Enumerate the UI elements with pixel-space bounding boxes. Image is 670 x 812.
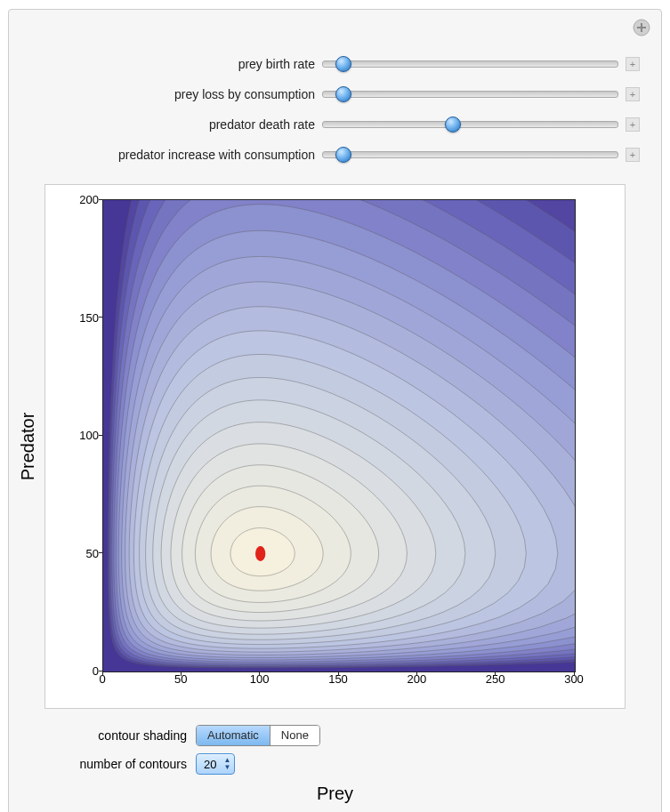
y-tick: 50: [67, 546, 99, 559]
shading-option-none[interactable]: None: [270, 726, 319, 745]
add-controls-icon[interactable]: [633, 19, 650, 36]
plot-area: 050100150200 050100150200250300: [102, 199, 574, 671]
slider-label: predator death rate: [30, 117, 322, 132]
num-contours-dropdown[interactable]: 20 ▲▼: [196, 753, 235, 775]
slider-section: prey birth rate+prey loss by consumption…: [9, 10, 661, 181]
dropdown-arrows-icon: ▲▼: [223, 757, 230, 771]
slider-track[interactable]: +: [322, 117, 640, 132]
slider-track[interactable]: +: [322, 87, 640, 101]
y-axis-label: Predator: [18, 413, 38, 481]
slider-thumb[interactable]: [335, 86, 351, 102]
slider-thumb[interactable]: [335, 147, 351, 163]
x-axis-label: Prey: [44, 784, 626, 804]
y-tick: 0: [67, 664, 99, 678]
contour-plot: [102, 199, 576, 672]
y-tick: 200: [67, 193, 99, 206]
equilibrium-point: [255, 546, 265, 561]
bottom-controls: contour shading AutomaticNone number of …: [9, 709, 661, 804]
slider-track[interactable]: +: [322, 57, 640, 71]
x-ticks: 050100150200250300: [102, 672, 574, 690]
contour-shading-selector[interactable]: AutomaticNone: [196, 725, 320, 746]
plot-frame: Predator 050100150200 050100150200250300: [44, 184, 626, 709]
slider-track[interactable]: +: [322, 148, 640, 162]
manipulate-panel: prey birth rate+prey loss by consumption…: [8, 9, 662, 812]
slider-label: prey birth rate: [30, 57, 322, 71]
num-contours-value: 20: [204, 758, 216, 771]
y-tick: 150: [67, 310, 99, 324]
contour-shading-label: contour shading: [44, 728, 196, 743]
slider-row: prey birth rate+: [30, 49, 640, 79]
y-tick: 100: [67, 429, 99, 442]
slider-row: prey loss by consumption+: [30, 79, 640, 109]
y-ticks: 050100150200: [67, 199, 99, 671]
slider-thumb[interactable]: [335, 56, 351, 72]
num-contours-label: number of contours: [44, 757, 196, 771]
slider-row: predator death rate+: [30, 109, 640, 140]
expand-slider-icon[interactable]: +: [626, 117, 640, 132]
slider-thumb[interactable]: [445, 117, 461, 133]
slider-label: prey loss by consumption: [30, 87, 322, 101]
slider-label: predator increase with consumption: [30, 148, 322, 162]
expand-slider-icon[interactable]: +: [626, 57, 640, 71]
expand-slider-icon[interactable]: +: [626, 148, 640, 162]
shading-option-automatic[interactable]: Automatic: [197, 726, 270, 745]
expand-slider-icon[interactable]: +: [626, 87, 640, 101]
slider-row: predator increase with consumption+: [30, 140, 640, 170]
